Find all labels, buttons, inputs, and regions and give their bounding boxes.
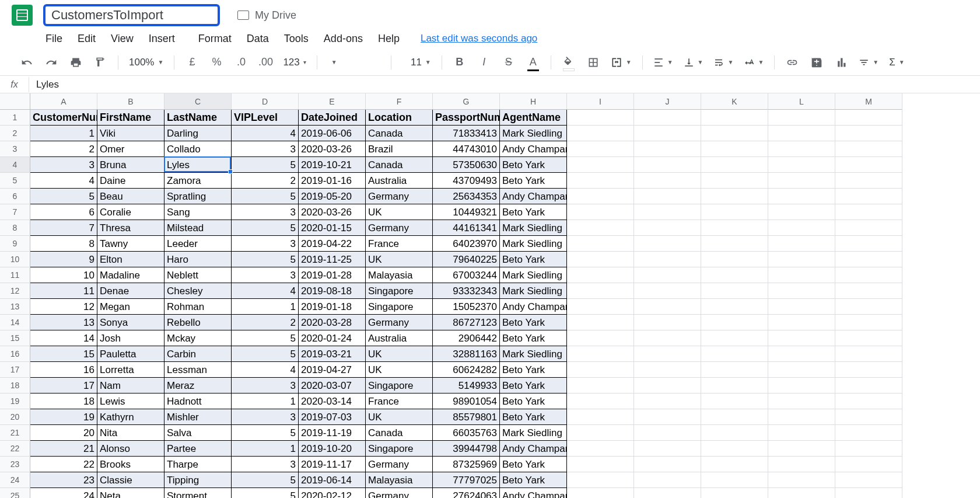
cell[interactable] xyxy=(567,346,634,362)
header-cell[interactable]: PassportNumber xyxy=(433,110,500,126)
cell[interactable] xyxy=(634,267,701,283)
cell[interactable]: Rebello xyxy=(164,315,232,330)
cell[interactable]: 1 xyxy=(232,393,299,409)
cell[interactable]: 2019-11-25 xyxy=(299,252,366,267)
cell[interactable]: Daine xyxy=(97,173,164,189)
cell[interactable]: 2020-03-28 xyxy=(299,315,366,330)
cell[interactable] xyxy=(768,441,835,457)
cell[interactable]: 57350630 xyxy=(433,157,500,173)
cell[interactable] xyxy=(567,173,634,189)
cell[interactable] xyxy=(768,472,835,488)
cell[interactable]: 44161341 xyxy=(433,220,500,236)
cell[interactable]: Beto Yark xyxy=(500,330,567,346)
cell[interactable] xyxy=(567,157,634,173)
cell[interactable]: Mark Siedling xyxy=(500,425,567,441)
cell[interactable]: 2019-07-03 xyxy=(299,409,366,425)
cell[interactable]: Andy Champan xyxy=(500,488,567,498)
link-icon[interactable] xyxy=(785,55,799,69)
cell[interactable] xyxy=(835,189,902,204)
cell[interactable]: Madaline xyxy=(97,267,164,283)
cell[interactable]: Brazil xyxy=(366,141,433,157)
cell[interactable] xyxy=(768,267,835,283)
cell[interactable]: 1 xyxy=(232,441,299,457)
cell[interactable]: 8 xyxy=(30,236,97,252)
cell[interactable]: 2020-01-15 xyxy=(299,220,366,236)
cell[interactable]: France xyxy=(366,236,433,252)
menu-add-ons[interactable]: Add-ons xyxy=(321,32,365,46)
cell[interactable]: 6 xyxy=(30,204,97,220)
v-align-icon[interactable]: ▼ xyxy=(684,57,704,68)
cell[interactable]: 4 xyxy=(232,283,299,299)
cell[interactable]: 3 xyxy=(232,204,299,220)
cell[interactable] xyxy=(634,441,701,457)
row-header-25[interactable]: 25 xyxy=(0,488,30,498)
cell[interactable]: 64023970 xyxy=(433,236,500,252)
row-header-2[interactable]: 2 xyxy=(0,126,30,141)
cell[interactable]: Beto Yark xyxy=(500,173,567,189)
cell[interactable] xyxy=(768,378,835,393)
chart-icon[interactable] xyxy=(834,55,848,69)
cell[interactable] xyxy=(768,346,835,362)
cell[interactable]: Pauletta xyxy=(97,346,164,362)
cell[interactable]: Coralie xyxy=(97,204,164,220)
col-header-G[interactable]: G xyxy=(433,93,500,110)
cell[interactable] xyxy=(634,299,701,315)
cell[interactable]: 25634353 xyxy=(433,189,500,204)
cell[interactable] xyxy=(567,378,634,393)
cell[interactable] xyxy=(701,488,768,498)
cell[interactable] xyxy=(701,126,768,141)
cell[interactable] xyxy=(634,409,701,425)
cell[interactable]: 22 xyxy=(30,457,97,472)
cell[interactable] xyxy=(835,204,902,220)
cell[interactable]: 2019-08-18 xyxy=(299,283,366,299)
row-header-7[interactable]: 7 xyxy=(0,204,30,220)
cell[interactable]: UK xyxy=(366,409,433,425)
cell[interactable] xyxy=(835,126,902,141)
cell[interactable]: 2019-05-20 xyxy=(299,189,366,204)
cell[interactable]: 13 xyxy=(30,315,97,330)
cell[interactable] xyxy=(701,220,768,236)
print-icon[interactable] xyxy=(69,55,83,69)
cell[interactable] xyxy=(701,173,768,189)
cell[interactable] xyxy=(835,141,902,157)
percent-format[interactable]: % xyxy=(209,55,223,69)
cell[interactable]: 27624063 xyxy=(433,488,500,498)
row-header-11[interactable]: 11 xyxy=(0,267,30,283)
cell[interactable] xyxy=(701,204,768,220)
select-all-corner[interactable] xyxy=(0,93,30,110)
cell[interactable]: Spratling xyxy=(164,189,232,204)
cell[interactable]: 17 xyxy=(30,378,97,393)
cell[interactable]: Mark Siedling xyxy=(500,220,567,236)
strikethrough-icon[interactable]: S xyxy=(502,55,516,69)
cell[interactable]: 2020-02-12 xyxy=(299,488,366,498)
col-header-I[interactable]: I xyxy=(567,93,634,110)
cell[interactable]: 2019-04-27 xyxy=(299,362,366,378)
cell[interactable]: Carbin xyxy=(164,346,232,362)
merge-cells-icon[interactable]: ▼ xyxy=(611,57,632,68)
cell[interactable]: Mark Siedling xyxy=(500,126,567,141)
col-header-C[interactable]: C xyxy=(164,93,232,110)
col-header-E[interactable]: E xyxy=(299,93,366,110)
zoom-select[interactable]: 100%▼ xyxy=(129,57,163,68)
row-header-9[interactable]: 9 xyxy=(0,236,30,252)
cell[interactable] xyxy=(634,346,701,362)
folder-icon[interactable] xyxy=(237,11,249,20)
cell[interactable]: Beau xyxy=(97,189,164,204)
col-header-F[interactable]: F xyxy=(366,93,433,110)
cell[interactable]: Collado xyxy=(164,141,232,157)
cell[interactable]: 3 xyxy=(232,236,299,252)
cell[interactable]: Denae xyxy=(97,283,164,299)
cell[interactable]: Beto Yark xyxy=(500,252,567,267)
cell[interactable]: 5 xyxy=(232,330,299,346)
cell[interactable] xyxy=(634,315,701,330)
row-header-5[interactable]: 5 xyxy=(0,173,30,189)
cell[interactable]: Beto Yark xyxy=(500,157,567,173)
cell[interactable]: Australia xyxy=(366,173,433,189)
cell[interactable]: 60624282 xyxy=(433,362,500,378)
cell[interactable] xyxy=(701,299,768,315)
cell[interactable]: Elton xyxy=(97,252,164,267)
row-header-3[interactable]: 3 xyxy=(0,141,30,157)
cell[interactable] xyxy=(835,378,902,393)
col-header-B[interactable]: B xyxy=(97,93,164,110)
cell[interactable]: 15052370 xyxy=(433,299,500,315)
